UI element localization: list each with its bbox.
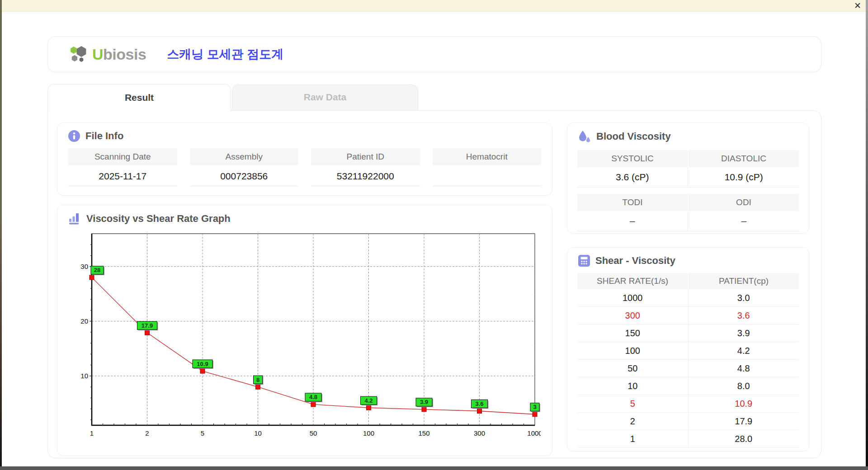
graph-title: Viscosity vs Shear Rate Graph [86, 213, 231, 225]
window-edge-right [866, 0, 868, 470]
window-title-bar: ✕ [0, 0, 868, 12]
viscosity-chart: 102030125105010015030010002817.910.984.8… [67, 228, 541, 444]
viscosity-graph-card: Viscosity vs Shear Rate Graph 1020301251… [57, 205, 552, 456]
svg-text:20: 20 [80, 317, 88, 325]
svg-text:17.9: 17.9 [142, 322, 153, 329]
cell-shear-rate: 2 [577, 413, 689, 430]
field-value: 53211922000 [311, 166, 420, 186]
hexagon-logo-icon [69, 45, 90, 63]
svg-text:300: 300 [474, 429, 485, 437]
svg-text:30: 30 [80, 263, 88, 270]
bv-value: 10.9 (cP) [689, 167, 799, 188]
cell-patient: 3.6 [689, 307, 799, 324]
info-icon [68, 130, 80, 142]
tab-raw-data[interactable]: Raw Data [232, 85, 418, 110]
svg-text:1000: 1000 [527, 429, 541, 437]
blood-viscosity-title: Blood Viscosity [596, 131, 671, 142]
file-info-title: File Info [85, 130, 123, 142]
cell-shear-rate: 50 [577, 360, 689, 377]
table-row: 504.8 [577, 360, 799, 377]
blood-viscosity-card: Blood Viscosity SYSTOLICDIASTOLIC3.6 (cP… [567, 122, 809, 234]
ubiosis-logo: Ubiosis [69, 45, 146, 63]
cell-patient: 10.9 [689, 395, 799, 412]
svg-text:3: 3 [533, 404, 536, 410]
file-info-card: File Info Scanning Date2025-11-17Assembl… [57, 122, 552, 196]
table-row: 1004.2 [577, 342, 799, 360]
file-info-field: Assembly000723856 [190, 148, 299, 186]
bv-value: 3.6 (cP) [577, 167, 688, 188]
blood-viscosity-title-row: Blood Viscosity [567, 123, 809, 143]
cell-patient: 3.0 [689, 289, 799, 306]
cell-patient: 28.0 [689, 430, 799, 447]
bv-value-row: –– [577, 211, 799, 231]
cell-shear-rate: 1000 [577, 289, 689, 306]
svg-text:4.2: 4.2 [364, 397, 373, 404]
cell-patient: 4.2 [689, 342, 799, 359]
cell-patient: 4.8 [689, 360, 799, 377]
app-header: Ubiosis 스캐닝 모세관 점도계 [47, 36, 821, 72]
shear-table-header: SHEAR RATE(1/s) PATIENT(cp) [577, 273, 799, 289]
bv-header-row: SYSTOLICDIASTOLIC [577, 150, 799, 167]
cell-patient: 17.9 [689, 413, 799, 430]
cell-patient: 3.9 [689, 324, 799, 342]
table-row: 128.0 [577, 430, 799, 448]
file-info-title-row: File Info [57, 123, 552, 142]
field-value: 2025-11-17 [68, 166, 177, 186]
window-edge-bottom [0, 466, 868, 470]
svg-text:28: 28 [94, 267, 100, 273]
logo-letter-u: U [92, 46, 103, 63]
shear-viscosity-title: Shear - Viscosity [595, 255, 675, 267]
blood-viscosity-grid: SYSTOLICDIASTOLIC3.6 (cP)10.9 (cP)TODIOD… [567, 143, 809, 231]
bv-value: – [577, 211, 688, 231]
shear-viscosity-title-row: Shear - Viscosity [567, 248, 809, 267]
cell-shear-rate: 100 [577, 342, 689, 359]
cell-shear-rate: 1 [577, 430, 689, 447]
svg-text:50: 50 [310, 429, 317, 437]
svg-text:150: 150 [418, 429, 429, 437]
svg-text:8: 8 [256, 376, 259, 383]
bv-label: TODI [577, 194, 688, 211]
bv-group: SYSTOLICDIASTOLIC3.6 (cP)10.9 (cP) [577, 150, 799, 188]
column-header-shear-rate: SHEAR RATE(1/s) [577, 273, 688, 289]
bv-label: ODI [689, 194, 799, 211]
file-info-field: Scanning Date2025-11-17 [68, 148, 177, 186]
svg-text:10: 10 [80, 372, 88, 380]
svg-text:1: 1 [90, 429, 94, 437]
svg-text:100: 100 [363, 429, 374, 437]
file-info-field: Hematocrit [433, 148, 542, 186]
table-row: 108.0 [577, 377, 799, 395]
tab-result[interactable]: Result [47, 84, 231, 111]
bv-label: SYSTOLIC [577, 150, 688, 167]
column-header-patient: PATIENT(cp) [689, 273, 799, 289]
file-info-field: Patient ID53211922000 [311, 148, 420, 186]
field-label: Hematocrit [433, 148, 542, 165]
bv-value: – [689, 211, 799, 231]
water-drops-icon [578, 130, 591, 143]
close-icon[interactable]: ✕ [852, 0, 863, 11]
logo-rest: biosis [103, 46, 146, 63]
shear-table: SHEAR RATE(1/s) PATIENT(cp) 10003.03003.… [577, 273, 799, 448]
shear-table-body: 10003.03003.61503.91004.2504.8108.0510.9… [577, 289, 799, 448]
cell-shear-rate: 150 [577, 324, 689, 342]
bar-chart-icon [68, 212, 81, 225]
svg-text:4.8: 4.8 [309, 394, 317, 400]
page-title: 스캐닝 모세관 점도계 [167, 46, 283, 62]
table-row: 1503.9 [577, 324, 799, 342]
cell-shear-rate: 10 [577, 377, 689, 395]
calculator-icon [578, 255, 590, 267]
svg-text:2: 2 [145, 429, 149, 437]
bv-group: TODIODI–– [577, 194, 799, 231]
shear-viscosity-card: Shear - Viscosity SHEAR RATE(1/s) PATIEN… [567, 247, 809, 451]
file-info-fields: Scanning Date2025-11-17Assembly000723856… [57, 142, 552, 186]
svg-text:3.9: 3.9 [420, 399, 428, 405]
bv-label: DIASTOLIC [689, 150, 799, 167]
result-panel: File Info Scanning Date2025-11-17Assembl… [47, 110, 821, 458]
chart-area: 102030125105010015030010002817.910.984.8… [57, 225, 552, 446]
table-row: 217.9 [577, 413, 799, 430]
bv-value-row: 3.6 (cP)10.9 (cP) [577, 167, 799, 188]
table-row: 10003.0 [577, 289, 799, 307]
field-value: 000723856 [190, 166, 299, 186]
cell-shear-rate: 300 [577, 307, 689, 324]
bv-header-row: TODIODI [577, 194, 799, 211]
cell-patient: 8.0 [689, 377, 799, 395]
